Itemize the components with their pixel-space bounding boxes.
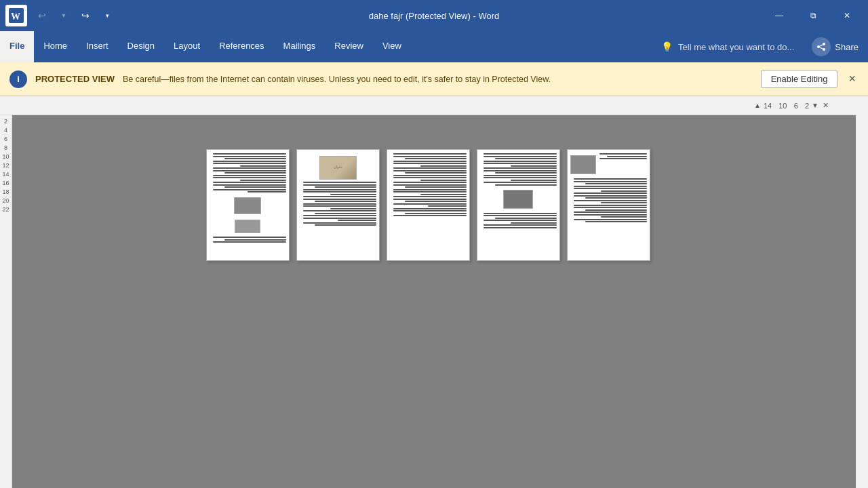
- svg-text:W: W: [11, 12, 20, 22]
- tab-file[interactable]: File: [0, 31, 34, 62]
- undo-button[interactable]: ↩: [33, 6, 52, 25]
- document-page-5: [567, 149, 650, 261]
- share-button[interactable]: Share: [802, 31, 868, 62]
- page-2-title-image: عنوان: [319, 156, 357, 180]
- document-area: عنوان: [0, 115, 856, 488]
- protected-view-close-button[interactable]: ×: [846, 72, 859, 86]
- tab-design[interactable]: Design: [118, 31, 164, 62]
- undo-redo-group: ↩ ▼ ↪ ▾: [33, 6, 117, 25]
- tab-references[interactable]: References: [210, 31, 273, 62]
- tab-insert[interactable]: Insert: [77, 31, 118, 62]
- page-5-content: [568, 150, 650, 227]
- customize-qat[interactable]: ▾: [98, 6, 117, 25]
- svg-point-2: [823, 43, 825, 45]
- tab-home[interactable]: Home: [34, 31, 77, 62]
- title-bar: W ↩ ▼ ↪ ▾ dahe fajr (Protected View) - W…: [0, 0, 868, 31]
- protected-view-bar: i PROTECTED VIEW Be careful—files from t…: [0, 62, 868, 96]
- enable-editing-button[interactable]: Enable Editing: [761, 70, 838, 88]
- restore-button[interactable]: ⧉: [797, 0, 829, 31]
- horizontal-ruler: ▲ 14 10 6 2 ▼ ✕: [0, 96, 856, 115]
- ribbon: File Home Insert Design Layout Reference…: [0, 31, 868, 62]
- page-2-content: عنوان: [297, 150, 379, 230]
- redo-button[interactable]: ↪: [76, 6, 95, 25]
- protected-view-label: PROTECTED VIEW: [35, 74, 115, 84]
- document-page-2: عنوان: [296, 149, 380, 261]
- svg-line-5: [820, 45, 823, 46]
- close-button[interactable]: ✕: [831, 0, 863, 31]
- tab-view[interactable]: View: [373, 31, 411, 62]
- tab-mailings[interactable]: Mailings: [274, 31, 326, 62]
- minimize-button[interactable]: —: [764, 0, 795, 31]
- left-ruler: 2 4 6 8 10 12 14 16 18 20 22: [0, 115, 12, 488]
- protected-view-message: Be careful—files from the Internet can c…: [123, 75, 753, 84]
- word-logo: W: [5, 5, 27, 26]
- share-icon: [812, 37, 831, 56]
- page-4-content: [477, 150, 559, 232]
- svg-line-6: [820, 47, 823, 49]
- window-title: dahe fajr (Protected View) - Word: [369, 11, 499, 21]
- document-page-3: [387, 149, 470, 261]
- undo-dropdown[interactable]: ▼: [54, 6, 73, 25]
- svg-point-3: [817, 45, 820, 48]
- ruler-close[interactable]: ✕: [823, 101, 829, 110]
- window-controls: — ⧉ ✕: [764, 0, 863, 31]
- protected-view-icon: i: [9, 70, 27, 88]
- page-1-content: [207, 150, 289, 247]
- document-page-1: [206, 149, 290, 261]
- document-page-4: [477, 149, 560, 261]
- ruler-numbers: 14 10 6 2: [764, 102, 809, 110]
- tab-layout[interactable]: Layout: [164, 31, 210, 62]
- page-3-content: [387, 150, 469, 221]
- tab-review[interactable]: Review: [325, 31, 373, 62]
- ruler-up-arrow[interactable]: ▲: [753, 101, 762, 110]
- svg-point-4: [823, 48, 825, 51]
- ruler-down-arrow[interactable]: ▼: [810, 101, 820, 110]
- ribbon-search[interactable]: 💡 Tell me what you want to do...: [653, 31, 802, 62]
- ruler-controls: ▲ 14 10 6 2 ▼ ✕: [753, 101, 829, 110]
- pages-row: عنوان: [206, 149, 650, 261]
